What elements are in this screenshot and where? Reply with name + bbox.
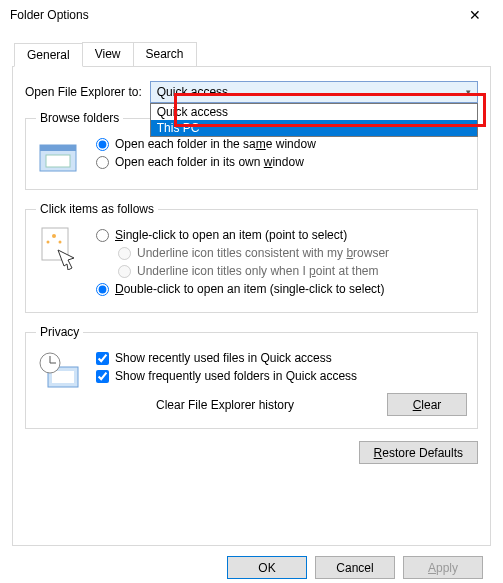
privacy-group: Privacy Show recently used files in Quic… — [25, 325, 478, 429]
dropdown-option-quick-access[interactable]: Quick access — [151, 104, 477, 120]
click-items-group: Click items as follows Single-click to o… — [25, 202, 478, 313]
open-explorer-dropdown[interactable]: Quick access This PC — [150, 103, 478, 137]
radio-double-click[interactable]: Double-click to open an item (single-cli… — [96, 282, 467, 296]
close-icon[interactable]: ✕ — [455, 7, 495, 23]
svg-rect-9 — [52, 371, 74, 383]
dropdown-option-this-pc[interactable]: This PC — [151, 120, 477, 136]
svg-point-5 — [52, 234, 56, 238]
radio-underline-point: Underline icon titles only when I point … — [118, 264, 467, 278]
chevron-down-icon: ▾ — [466, 87, 471, 97]
tab-view[interactable]: View — [82, 42, 134, 66]
privacy-legend: Privacy — [36, 325, 83, 339]
radio-same-window[interactable]: Open each folder in the same window — [96, 137, 467, 151]
cursor-click-icon — [36, 228, 84, 268]
svg-rect-2 — [46, 155, 70, 167]
clear-history-label: Clear File Explorer history — [156, 398, 294, 412]
svg-rect-1 — [40, 145, 76, 151]
combo-selected-value: Quick access — [157, 85, 228, 99]
apply-button[interactable]: Apply — [403, 556, 483, 579]
click-items-legend: Click items as follows — [36, 202, 158, 216]
svg-point-6 — [47, 241, 50, 244]
tab-general[interactable]: General — [14, 43, 83, 67]
folder-window-icon — [36, 137, 84, 177]
svg-point-7 — [59, 241, 62, 244]
restore-defaults-button[interactable]: Restore Defaults — [359, 441, 478, 464]
radio-single-click[interactable]: Single-click to open an item (point to s… — [96, 228, 467, 242]
open-explorer-label: Open File Explorer to: — [25, 85, 142, 99]
tab-search[interactable]: Search — [133, 42, 197, 66]
window-title: Folder Options — [10, 8, 89, 22]
radio-own-window[interactable]: Open each folder in its own window — [96, 155, 467, 169]
cancel-button[interactable]: Cancel — [315, 556, 395, 579]
privacy-icon — [36, 351, 84, 391]
check-recent-files[interactable]: Show recently used files in Quick access — [96, 351, 467, 365]
radio-underline-browser: Underline icon titles consistent with my… — [118, 246, 467, 260]
open-explorer-combo[interactable]: Quick access ▾ Quick access This PC — [150, 81, 478, 103]
ok-button[interactable]: OK — [227, 556, 307, 579]
browse-folders-legend: Browse folders — [36, 111, 123, 125]
clear-button[interactable]: Clear — [387, 393, 467, 416]
check-frequent-folders[interactable]: Show frequently used folders in Quick ac… — [96, 369, 467, 383]
